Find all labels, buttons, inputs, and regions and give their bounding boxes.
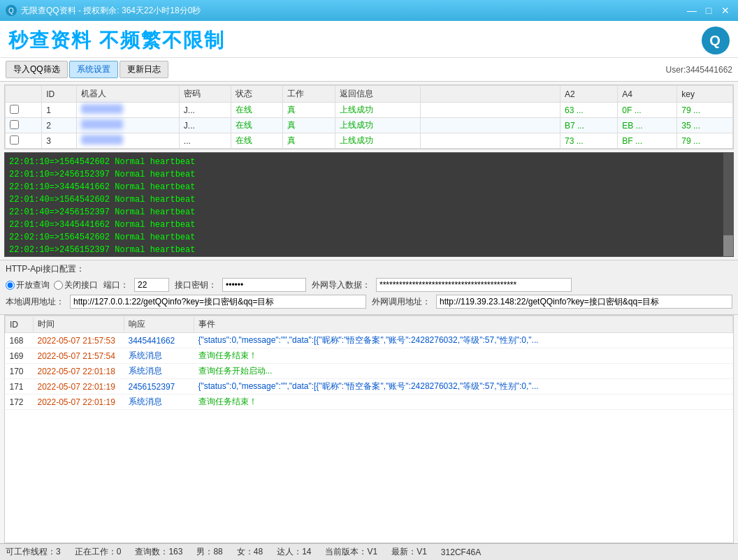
col-header-spacer bbox=[421, 86, 560, 103]
log-scrollbar-thumb[interactable] bbox=[723, 235, 733, 256]
row-info: 上线成功 bbox=[335, 103, 420, 118]
event-col-time: 时间 bbox=[34, 316, 124, 333]
main-content: 秒查资料 不频繁不限制 Q 导入QQ筛选 系统设置 更新日志 User:3445… bbox=[0, 21, 738, 560]
api-section: HTTP-Api接口配置： 开放查询 关闭接口 端口： 接口密钥： 外网导入数据… bbox=[0, 260, 738, 315]
log-line[interactable]: 22:01:10=>3445441662 Normal heartbeat bbox=[8, 181, 730, 193]
event-col-resp: 响应 bbox=[124, 316, 194, 333]
radio-close-label[interactable]: 关闭接口 bbox=[54, 279, 98, 291]
row-status: 在线 bbox=[231, 133, 283, 149]
api-title: HTTP-Api接口配置： bbox=[6, 263, 732, 275]
title-text: 无限查QQ资料 - 授权剩余: 364天22小时18分0秒 bbox=[21, 5, 685, 17]
log-line[interactable]: 22:01:40=>3445441662 Normal heartbeat bbox=[8, 219, 730, 231]
row-pwd: J... bbox=[179, 118, 231, 133]
row-checkbox[interactable] bbox=[6, 103, 42, 118]
robot-checkbox[interactable] bbox=[10, 105, 19, 114]
outer-label: 外网导入数据： bbox=[312, 279, 370, 291]
key-input[interactable] bbox=[222, 278, 306, 292]
close-button[interactable]: ✕ bbox=[718, 3, 732, 17]
log-area[interactable]: 22:01:10=>1564542602 Normal heartbeat22:… bbox=[4, 152, 734, 257]
log-line[interactable]: 22:01:40=>1564542602 Normal heartbeat bbox=[8, 193, 730, 206]
event-id: 169 bbox=[6, 348, 34, 364]
row-a4: BF ... bbox=[618, 133, 677, 149]
event-row: 171 2022-05-07 22:01:19 2456152397 {"sta… bbox=[6, 379, 733, 395]
row-robot bbox=[77, 118, 180, 133]
row-status: 在线 bbox=[231, 103, 283, 118]
row-info: 上线成功 bbox=[335, 118, 420, 133]
event-resp: 3445441662 bbox=[124, 333, 194, 348]
update-log-button[interactable]: 更新日志 bbox=[120, 61, 168, 78]
row-a4: EB ... bbox=[618, 118, 677, 133]
app-logo: Q bbox=[702, 27, 730, 54]
row-a2: 63 ... bbox=[560, 103, 618, 118]
toolbar: 导入QQ筛选 系统设置 更新日志 User:3445441662 bbox=[0, 58, 738, 82]
event-col-id: ID bbox=[6, 316, 34, 333]
event-id: 168 bbox=[6, 333, 34, 348]
row-a4: 0F ... bbox=[618, 103, 677, 118]
log-line[interactable]: 22:01:10=>2456152397 Normal heartbeat bbox=[8, 168, 730, 181]
status-queries: 查询数：163 bbox=[135, 546, 182, 558]
status-hash: 312CF46A bbox=[441, 547, 481, 557]
local-url-label: 本地调用地址： bbox=[6, 296, 64, 308]
log-line[interactable]: 22:01:10=>1564542602 Normal heartbeat bbox=[8, 156, 730, 168]
row-checkbox[interactable] bbox=[6, 133, 42, 149]
log-line[interactable]: 22:02:10=>2456152397 Normal heartbeat bbox=[8, 244, 730, 256]
port-input[interactable] bbox=[134, 278, 169, 292]
status-working: 正在工作：0 bbox=[75, 546, 122, 558]
event-time: 2022-05-07 22:01:19 bbox=[34, 395, 124, 410]
api-row-1: 开放查询 关闭接口 端口： 接口密钥： 外网导入数据： bbox=[6, 278, 732, 292]
app-icon: Q bbox=[6, 5, 17, 16]
log-line[interactable]: 22:02:10=>1564542602 Normal heartbeat bbox=[8, 231, 730, 244]
event-id: 170 bbox=[6, 364, 34, 379]
import-qq-button[interactable]: 导入QQ筛选 bbox=[6, 61, 68, 78]
local-url-input[interactable] bbox=[70, 295, 366, 309]
event-resp: 系统消息 bbox=[124, 364, 194, 379]
robot-table-container: ID 机器人 密码 状态 工作 返回信息 A2 A4 key 1 J... 在线… bbox=[4, 84, 734, 149]
event-table-container[interactable]: ID 时间 响应 事件 168 2022-05-07 21:57:53 3445… bbox=[4, 315, 734, 543]
outer-data-input[interactable] bbox=[376, 278, 572, 292]
outer-url-label: 外网调用地址： bbox=[372, 296, 430, 308]
row-id: 2 bbox=[42, 118, 77, 133]
user-label: User:3445441662 bbox=[666, 65, 732, 75]
row-checkbox[interactable] bbox=[6, 118, 42, 133]
app-title-text: 秒查资料 不频繁不限制 bbox=[8, 27, 225, 54]
event-content: {"status":0,"message":"","data":[{"昵称":"… bbox=[194, 333, 733, 348]
col-header-a2: A2 bbox=[560, 86, 618, 103]
robot-table: ID 机器人 密码 状态 工作 返回信息 A2 A4 key 1 J... 在线… bbox=[5, 85, 733, 149]
port-label: 端口： bbox=[103, 279, 129, 291]
event-resp: 系统消息 bbox=[124, 348, 194, 364]
robot-row: 2 J... 在线 真 上线成功 B7 ... EB ... 35 ... bbox=[6, 118, 733, 133]
log-scrollbar[interactable] bbox=[723, 153, 733, 256]
radio-open[interactable] bbox=[6, 281, 15, 290]
col-header-pwd: 密码 bbox=[179, 86, 231, 103]
col-header-info: 返回信息 bbox=[335, 86, 420, 103]
maximize-button[interactable]: □ bbox=[702, 3, 716, 17]
event-time: 2022-05-07 22:01:19 bbox=[34, 379, 124, 395]
row-work: 真 bbox=[283, 118, 335, 133]
key-label: 接口密钥： bbox=[175, 279, 217, 291]
event-row: 172 2022-05-07 22:01:19 系统消息 查询任务结束！ bbox=[6, 395, 733, 410]
col-header-id2: ID bbox=[42, 86, 77, 103]
radio-open-label[interactable]: 开放查询 bbox=[6, 279, 50, 291]
event-time: 2022-05-07 21:57:53 bbox=[34, 333, 124, 348]
col-header-status: 状态 bbox=[231, 86, 283, 103]
radio-close[interactable] bbox=[54, 281, 63, 290]
event-row: 170 2022-05-07 22:01:18 系统消息 查询任务开始启动... bbox=[6, 364, 733, 379]
status-latest-version: 最新：V1 bbox=[391, 546, 427, 558]
row-status: 在线 bbox=[231, 118, 283, 133]
system-settings-button[interactable]: 系统设置 bbox=[69, 61, 118, 78]
robot-checkbox[interactable] bbox=[10, 135, 19, 145]
log-line[interactable]: 22:01:40=>2456152397 Normal heartbeat bbox=[8, 206, 730, 219]
col-header-a4: A4 bbox=[618, 86, 677, 103]
row-a2: 73 ... bbox=[560, 133, 618, 149]
event-col-event: 事件 bbox=[194, 316, 733, 333]
event-content: 查询任务开始启动... bbox=[194, 364, 733, 379]
row-work: 真 bbox=[283, 133, 335, 149]
row-key: 79 ... bbox=[677, 133, 733, 149]
minimize-button[interactable]: — bbox=[685, 3, 699, 17]
app-title-bar: 秒查资料 不频繁不限制 Q bbox=[0, 21, 738, 58]
outer-url-input[interactable] bbox=[436, 295, 732, 309]
robot-checkbox[interactable] bbox=[10, 120, 19, 129]
robot-row: 3 ... 在线 真 上线成功 73 ... BF ... 79 ... bbox=[6, 133, 733, 149]
log-line[interactable]: 22:02:10=>3445441662 Normal heartbeat bbox=[8, 256, 730, 257]
row-robot bbox=[77, 133, 180, 149]
